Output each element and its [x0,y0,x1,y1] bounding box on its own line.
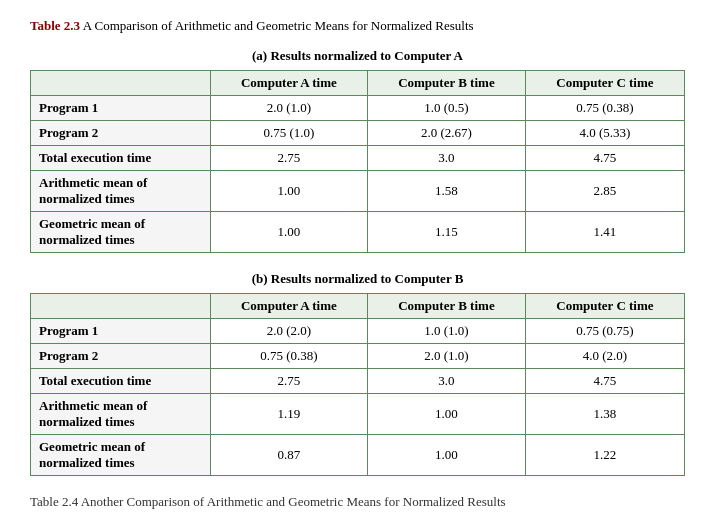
table-caption: Table 2.3 A Comparison of Arithmetic and… [30,18,685,34]
section-a: (a) Results normalized to Computer A Com… [30,48,685,253]
cell-value: 0.75 (0.38) [210,344,367,369]
cell-value: 2.75 [210,369,367,394]
table-row: Total execution time2.753.04.75 [31,369,685,394]
section-b: (b) Results normalized to Computer B Com… [30,271,685,476]
cell-value: 4.0 (2.0) [525,344,684,369]
cell-value: 2.0 (2.67) [367,121,525,146]
cell-value: 4.0 (5.33) [525,121,684,146]
cell-value: 1.22 [525,435,684,476]
cell-value: 3.0 [367,369,525,394]
cell-value: 0.75 (0.75) [525,319,684,344]
table-b: Computer A time Computer B time Computer… [30,293,685,476]
cell-value: 3.0 [367,146,525,171]
table-row: Arithmetic mean ofnormalized times1.001.… [31,171,685,212]
col-header-c-time-a: Computer C time [525,71,684,96]
cell-value: 1.38 [525,394,684,435]
table-row: Program 12.0 (2.0)1.0 (1.0)0.75 (0.75) [31,319,685,344]
bottom-note: Table 2.4 Another Comparison of Arithmet… [30,494,685,510]
row-label: Program 2 [31,121,211,146]
cell-value: 4.75 [525,369,684,394]
table-a: Computer A time Computer B time Computer… [30,70,685,253]
col-header-a-time-b: Computer A time [210,294,367,319]
col-header-c-time-b: Computer C time [525,294,684,319]
col-header-a-time: Computer A time [210,71,367,96]
cell-value: 2.75 [210,146,367,171]
table-row: Program 20.75 (0.38)2.0 (1.0)4.0 (2.0) [31,344,685,369]
cell-value: 1.00 [367,435,525,476]
col-header-empty-a [31,71,211,96]
cell-value: 0.75 (1.0) [210,121,367,146]
cell-value: 1.58 [367,171,525,212]
table-row: Program 20.75 (1.0)2.0 (2.67)4.0 (5.33) [31,121,685,146]
row-label: Geometric mean ofnormalized times [31,435,211,476]
table-row: Program 12.0 (1.0)1.0 (0.5)0.75 (0.38) [31,96,685,121]
row-label: Program 2 [31,344,211,369]
row-label: Total execution time [31,146,211,171]
col-header-b-time-a: Computer B time [367,71,525,96]
cell-value: 2.85 [525,171,684,212]
table-row: Arithmetic mean ofnormalized times1.191.… [31,394,685,435]
col-header-b-time-b: Computer B time [367,294,525,319]
cell-value: 2.0 (1.0) [210,96,367,121]
cell-value: 1.00 [210,171,367,212]
table-row: Geometric mean ofnormalized times0.871.0… [31,435,685,476]
cell-value: 2.0 (2.0) [210,319,367,344]
cell-value: 2.0 (1.0) [367,344,525,369]
cell-value: 1.0 (1.0) [367,319,525,344]
cell-value: 1.15 [367,212,525,253]
row-label: Arithmetic mean ofnormalized times [31,171,211,212]
caption-label: Table 2.3 [30,18,80,33]
table-row: Total execution time2.753.04.75 [31,146,685,171]
cell-value: 0.75 (0.38) [525,96,684,121]
cell-value: 1.00 [210,212,367,253]
cell-value: 1.0 (0.5) [367,96,525,121]
section-b-title: (b) Results normalized to Computer B [30,271,685,287]
cell-value: 1.00 [367,394,525,435]
row-label: Geometric mean ofnormalized times [31,212,211,253]
cell-value: 1.41 [525,212,684,253]
row-label: Total execution time [31,369,211,394]
table-row: Geometric mean ofnormalized times1.001.1… [31,212,685,253]
cell-value: 0.87 [210,435,367,476]
row-label: Program 1 [31,319,211,344]
row-label: Arithmetic mean ofnormalized times [31,394,211,435]
cell-value: 1.19 [210,394,367,435]
caption-text: A Comparison of Arithmetic and Geometric… [83,18,474,33]
section-a-title: (a) Results normalized to Computer A [30,48,685,64]
col-header-empty-b [31,294,211,319]
row-label: Program 1 [31,96,211,121]
cell-value: 4.75 [525,146,684,171]
